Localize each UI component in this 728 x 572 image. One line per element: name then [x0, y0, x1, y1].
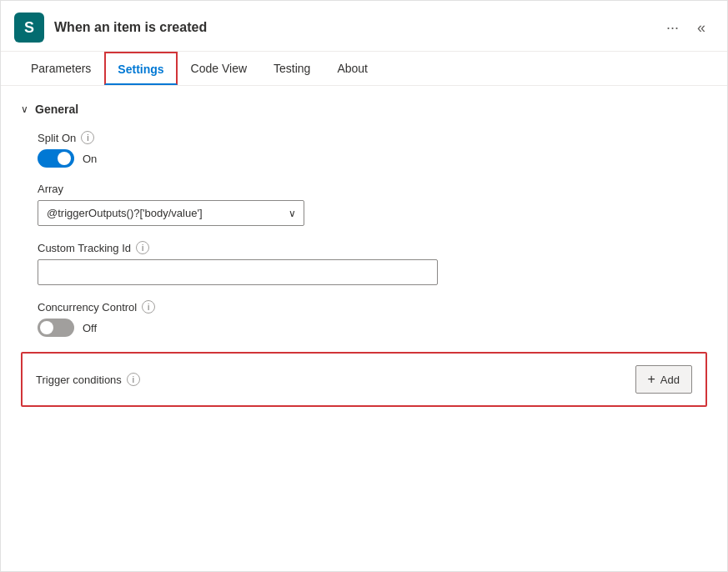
concurrency-toggle[interactable]	[38, 319, 74, 337]
panel: S When an item is created ··· « Paramete…	[0, 0, 728, 572]
split-on-toggle-row: On	[38, 149, 707, 168]
split-on-group: Split On i On	[38, 131, 707, 168]
tab-parameters[interactable]: Parameters	[18, 52, 104, 85]
header-title: When an item is created	[54, 20, 207, 35]
split-on-track	[38, 149, 74, 168]
general-section-title: General	[35, 103, 78, 116]
custom-tracking-id-input[interactable]	[38, 259, 438, 285]
header-actions: ··· «	[661, 16, 710, 40]
concurrency-track	[38, 319, 74, 337]
concurrency-thumb	[40, 321, 53, 334]
app-icon: S	[14, 13, 44, 43]
custom-tracking-id-group: Custom Tracking Id i	[38, 241, 707, 285]
settings-content: ∨ General Split On i On Array	[1, 86, 727, 571]
split-on-toggle[interactable]	[38, 149, 74, 168]
concurrency-control-group: Concurrency Control i Off	[38, 300, 707, 337]
add-button-label: Add	[660, 374, 680, 386]
trigger-conditions-label: Trigger conditions i	[36, 373, 140, 386]
header-left: S When an item is created	[14, 13, 207, 43]
more-options-button[interactable]: ···	[661, 16, 684, 40]
plus-icon: +	[648, 372, 655, 387]
trigger-conditions-box: Trigger conditions i + Add	[21, 352, 707, 407]
tabs-bar: Parameters Settings Code View Testing Ab…	[1, 52, 727, 86]
custom-tracking-id-label: Custom Tracking Id i	[38, 241, 707, 254]
concurrency-toggle-row: Off	[38, 319, 707, 337]
split-on-info-icon[interactable]: i	[81, 131, 94, 144]
concurrency-control-label: Concurrency Control i	[38, 300, 707, 314]
general-section-header[interactable]: ∨ General	[21, 103, 707, 116]
tab-about[interactable]: About	[324, 52, 381, 85]
add-trigger-condition-button[interactable]: + Add	[635, 365, 692, 394]
array-label: Array	[38, 183, 707, 195]
tab-settings[interactable]: Settings	[104, 52, 177, 85]
tab-testing[interactable]: Testing	[260, 52, 324, 85]
array-select-wrapper: @triggerOutputs()?['body/value'] ∨	[38, 200, 304, 226]
header: S When an item is created ··· «	[1, 1, 727, 52]
array-group: Array @triggerOutputs()?['body/value'] ∨	[38, 183, 707, 226]
split-on-label: Split On i	[38, 131, 707, 144]
collapse-button[interactable]: «	[692, 16, 710, 40]
custom-tracking-id-info-icon[interactable]: i	[136, 241, 149, 254]
split-on-toggle-label: On	[83, 153, 97, 165]
split-on-thumb	[58, 152, 71, 165]
tab-code-view[interactable]: Code View	[178, 52, 260, 85]
concurrency-control-info-icon[interactable]: i	[142, 300, 155, 314]
trigger-conditions-info-icon[interactable]: i	[127, 373, 140, 386]
concurrency-toggle-label: Off	[83, 322, 97, 334]
general-chevron-icon: ∨	[21, 103, 28, 115]
array-select[interactable]: @triggerOutputs()?['body/value']	[38, 200, 304, 226]
